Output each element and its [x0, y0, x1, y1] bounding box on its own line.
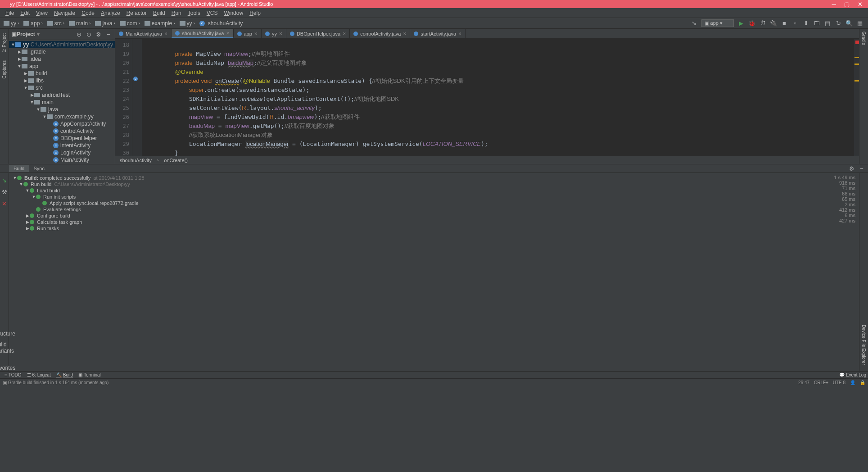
line-separator[interactable]: CRLF÷ — [814, 380, 828, 385]
attach-button[interactable]: 🔌 — [770, 20, 777, 27]
file-encoding[interactable]: UTF-8 — [833, 380, 845, 385]
breadcrumb-seg[interactable]: src › — [45, 20, 66, 27]
tree-item[interactable]: cMainActivity — [9, 156, 115, 163]
menu-file[interactable]: File — [3, 9, 17, 17]
editor-tab[interactable]: startActivity.java× — [410, 29, 466, 38]
menu-window[interactable]: Window — [221, 9, 246, 17]
stop-button[interactable]: ■ — [781, 20, 788, 27]
warn-mark-icon[interactable] — [854, 80, 859, 82]
override-marker-icon[interactable]: o — [133, 77, 138, 81]
run-config-dropdown[interactable]: ▣ app ▾ — [701, 19, 734, 27]
sdk-icon[interactable]: ⬇ — [802, 20, 809, 27]
collapse-icon[interactable]: ⊕ — [75, 31, 82, 38]
tree-item[interactable]: cLoginActivity — [9, 149, 115, 156]
breadcrumb-seg[interactable]: cshouhuActivity — [198, 20, 244, 27]
tree-item[interactable]: cDBOpenHelper — [9, 135, 115, 142]
close-tab-icon[interactable]: × — [403, 31, 406, 37]
status-icon[interactable]: ▣ — [3, 380, 7, 385]
build-step[interactable]: ▼Run init scripts — [32, 194, 819, 200]
status-tab-build[interactable]: 🔨 Build — [54, 372, 76, 377]
target-icon[interactable]: ⊙ — [85, 31, 92, 38]
editor-tab[interactable]: app× — [234, 29, 262, 38]
tree-item[interactable]: cintentActivity — [9, 142, 115, 149]
device-explorer-tool-tab[interactable]: Device File Explorer — [860, 322, 867, 368]
tree-item[interactable]: ▶androidTest — [9, 91, 115, 99]
structure-icon[interactable]: ▤ — [824, 20, 831, 27]
build-step[interactable]: ▶Configure build — [25, 213, 819, 219]
build-step[interactable]: Evaluate settings — [32, 206, 819, 213]
menu-analyze[interactable]: Analyze — [98, 9, 123, 17]
context-icon[interactable]: 👤 — [850, 380, 855, 385]
rerun-icon[interactable]: ↘ — [1, 177, 8, 184]
tree-item[interactable]: ▶.idea — [9, 55, 115, 63]
debug-button[interactable]: 🐞 — [748, 20, 755, 27]
editor-tab[interactable]: DBOpenHelper.java× — [286, 29, 350, 38]
build-tab[interactable]: Build — [9, 165, 29, 172]
menu-vcs[interactable]: VCS — [204, 9, 221, 17]
close-tab-icon[interactable]: × — [279, 31, 282, 37]
menu-code[interactable]: Code — [79, 9, 97, 17]
build-output[interactable]: ▼ Build: completed successfully at 2019/… — [9, 173, 823, 371]
minimize-button[interactable]: ─ — [832, 1, 836, 8]
status-tab-todo[interactable]: ≡ TODO — [2, 372, 24, 377]
status-tab-logcat[interactable]: ☰ 6: Logcat — [24, 372, 54, 377]
settings-icon[interactable]: ▦ — [856, 20, 863, 27]
captures-tool-tab[interactable]: Captures — [1, 58, 8, 82]
menu-edit[interactable]: Edit — [18, 9, 32, 17]
breadcrumb-seg[interactable]: main › — [67, 20, 92, 27]
error-indicator-icon[interactable] — [855, 41, 859, 44]
tree-item[interactable]: ▼com.example.yy — [9, 113, 115, 120]
lock-icon[interactable]: 🔒 — [860, 380, 865, 385]
breadcrumb-class[interactable]: shouhuActivity — [120, 158, 152, 163]
search-icon[interactable]: 🔍 — [845, 20, 853, 27]
gear-icon[interactable]: ⚙ — [848, 165, 855, 172]
code-editor[interactable]: private MapView mapView;//声明地图组件 private… — [142, 39, 854, 156]
filter-icon[interactable]: ⚒ — [1, 188, 8, 195]
menu-run[interactable]: Run — [169, 9, 184, 17]
close-button[interactable]: ✕ — [858, 1, 863, 8]
tree-item[interactable]: ▶build — [9, 70, 115, 77]
avd-icon[interactable]: ▫ — [791, 20, 799, 27]
gear-icon[interactable]: ⚙ — [95, 31, 102, 38]
menu-tools[interactable]: Tools — [185, 9, 203, 17]
hide-icon[interactable]: − — [105, 31, 112, 38]
cursor-position[interactable]: 26:47 — [798, 380, 809, 385]
build-step[interactable]: ▼Run build C:\Users\Administrator\Deskto… — [19, 181, 819, 187]
breadcrumb-seg[interactable]: yy › — [2, 20, 21, 27]
close-tab-icon[interactable]: × — [226, 30, 229, 36]
status-tab-terminal[interactable]: ▣ Terminal — [76, 372, 104, 377]
profile-button[interactable]: ⏱ — [759, 20, 766, 27]
build-step[interactable]: ▶Run tasks — [25, 225, 819, 231]
menu-view[interactable]: View — [33, 9, 50, 17]
tree-item[interactable]: ▼app — [9, 63, 115, 70]
tree-item[interactable]: ccontrolActivity — [9, 127, 115, 135]
tree-item[interactable]: ▶libs — [9, 77, 115, 84]
editor-tab[interactable]: shouhuActivity.java× — [172, 29, 233, 38]
sync-tab[interactable]: Sync — [29, 165, 49, 172]
menu-navigate[interactable]: Navigate — [51, 9, 78, 17]
warn-mark-icon[interactable] — [854, 64, 859, 65]
breadcrumb-seg[interactable]: yy › — [178, 20, 197, 27]
build-icon[interactable]: ↘ — [691, 20, 698, 27]
project-tool-tab[interactable]: 1: Project — [1, 31, 8, 55]
layout-icon[interactable]: 🗔 — [813, 20, 820, 27]
sync-icon[interactable]: ↻ — [835, 20, 842, 27]
editor-tab[interactable]: MainActivity.java× — [115, 29, 172, 38]
run-button[interactable]: ▶ — [737, 20, 745, 27]
project-tree[interactable]: ▼yy C:\Users\Administrator\Desktop\yy▶.g… — [9, 40, 115, 164]
close-tab-icon[interactable]: × — [458, 31, 461, 37]
cancel-icon[interactable]: ✕ — [1, 200, 8, 207]
breadcrumb-seg[interactable]: com › — [118, 20, 142, 27]
tree-item[interactable]: cAppCompatActivity — [9, 120, 115, 127]
close-tab-icon[interactable]: × — [254, 31, 258, 37]
build-step[interactable]: ▼Load build — [25, 187, 819, 194]
close-tab-icon[interactable]: × — [164, 31, 167, 37]
editor-tab[interactable]: yy× — [262, 29, 286, 38]
gradle-tool-tab[interactable]: Gradle — [860, 29, 867, 48]
menu-refactor[interactable]: Refactor — [124, 9, 149, 17]
event-log-button[interactable]: 💬 Event Log — [839, 372, 866, 377]
tree-root[interactable]: ▼yy C:\Users\Administrator\Desktop\yy — [9, 41, 115, 48]
tree-item[interactable]: ▶.gradle — [9, 48, 115, 55]
close-tab-icon[interactable]: × — [343, 31, 346, 37]
build-step[interactable]: ▶Calculate task graph — [25, 219, 819, 225]
